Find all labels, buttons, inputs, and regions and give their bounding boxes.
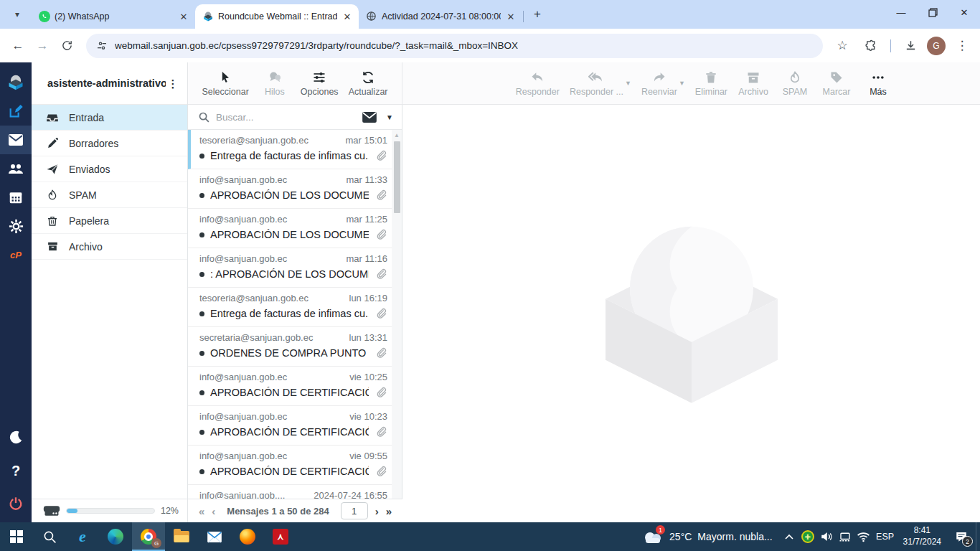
show-desktop-button[interactable] bbox=[976, 522, 980, 551]
help-button[interactable]: ? bbox=[0, 456, 32, 485]
settings-nav-button[interactable] bbox=[0, 212, 32, 240]
dark-mode-button[interactable] bbox=[0, 423, 32, 452]
message-row[interactable]: info@sanjuan.gob.ecvie 10:25 APROBACIÓN … bbox=[188, 367, 392, 406]
options-button[interactable]: Opciones bbox=[301, 70, 339, 97]
threads-button[interactable]: Hilos bbox=[259, 70, 291, 97]
site-settings-icon[interactable] bbox=[96, 40, 108, 52]
wifi-icon[interactable] bbox=[854, 522, 873, 551]
message-row[interactable]: info@sanjuan.gob.ecmar 11:16 : APROBACIÓ… bbox=[188, 248, 392, 288]
back-button[interactable]: ← bbox=[6, 34, 30, 58]
folder-borradores[interactable]: Borradores bbox=[32, 131, 187, 156]
tab-close-icon[interactable]: ✕ bbox=[505, 11, 517, 22]
page-input[interactable] bbox=[341, 502, 368, 519]
calendar-nav-button[interactable] bbox=[0, 183, 32, 212]
message-row[interactable]: tesoreria@sanjuan.gob.ecmar 15:01 Entreg… bbox=[188, 130, 392, 169]
logout-button[interactable] bbox=[0, 489, 32, 518]
message-row[interactable]: info@sanjuan.gob.ecvie 09:55 APROBACIÓN … bbox=[188, 446, 392, 485]
tab-whatsapp[interactable]: (2) WhatsApp ✕ bbox=[32, 4, 195, 29]
address-bar[interactable]: webmail.sanjuan.gob.ec/cpsess9729797291/… bbox=[86, 34, 823, 58]
acrobat-button[interactable]: ⋏ bbox=[264, 522, 297, 551]
flame-icon bbox=[46, 189, 59, 201]
search-options-chevron-icon[interactable]: ▼ bbox=[383, 113, 396, 121]
chevron-down-icon[interactable]: ▼ bbox=[625, 80, 631, 97]
spam-button[interactable]: SPAM bbox=[779, 70, 811, 97]
reply-all-button[interactable]: Responder ... bbox=[570, 70, 623, 97]
folder-archivo[interactable]: Archivo bbox=[32, 234, 187, 260]
unread-dot bbox=[199, 351, 204, 356]
mail-nav-button[interactable] bbox=[0, 126, 32, 154]
chrome-button[interactable]: G bbox=[132, 522, 165, 551]
forward-button[interactable]: → bbox=[30, 34, 55, 58]
chevron-down-icon[interactable]: ▼ bbox=[679, 80, 685, 97]
antivirus-tray-icon[interactable] bbox=[798, 522, 817, 551]
tray-expand-icon[interactable] bbox=[780, 522, 798, 551]
reply-all-icon bbox=[588, 70, 604, 85]
pencil-icon bbox=[46, 137, 59, 149]
scrollbar-thumb[interactable] bbox=[394, 141, 400, 213]
button-label: Actualizar bbox=[349, 87, 388, 97]
archive-button[interactable]: Archivo bbox=[738, 70, 769, 97]
notification-center-button[interactable]: 2 bbox=[947, 522, 976, 551]
taskbar-search-button[interactable] bbox=[33, 522, 66, 551]
button-label: SPAM bbox=[783, 87, 808, 97]
cpanel-link[interactable]: cP bbox=[0, 240, 32, 269]
tab-search-button[interactable]: ▾ bbox=[7, 4, 27, 24]
compose-button[interactable] bbox=[0, 97, 32, 126]
bookmark-star-icon[interactable]: ☆ bbox=[830, 34, 854, 58]
unread-dot bbox=[199, 469, 204, 474]
message-row[interactable]: tesoreria@sanjuan.gob.eclun 16:19 Entreg… bbox=[188, 288, 392, 327]
new-tab-button[interactable]: + bbox=[528, 5, 547, 24]
weather-widget[interactable]: 1 25°C Mayorm. nubla... bbox=[635, 522, 780, 551]
tab-close-icon[interactable]: ✕ bbox=[178, 11, 189, 22]
edge-button[interactable] bbox=[99, 522, 132, 551]
first-page-icon[interactable]: « bbox=[199, 505, 204, 517]
language-indicator[interactable]: ESP bbox=[873, 532, 897, 542]
folder-entrada[interactable]: Entrada bbox=[32, 105, 187, 131]
connect-display-icon[interactable] bbox=[836, 522, 854, 551]
extensions-icon[interactable] bbox=[859, 34, 883, 58]
message-subject: ORDENES DE COMPRA PUNTO DI... bbox=[210, 347, 369, 359]
last-page-icon[interactable]: » bbox=[386, 505, 392, 517]
volume-icon[interactable] bbox=[817, 522, 836, 551]
mark-button[interactable]: Marcar bbox=[821, 70, 852, 97]
folder-spam[interactable]: SPAM bbox=[32, 182, 187, 208]
scroll-up-icon[interactable]: ▲ bbox=[394, 130, 400, 140]
folder-enviados[interactable]: Enviados bbox=[32, 156, 187, 182]
restore-button[interactable] bbox=[917, 0, 948, 24]
minimize-button[interactable]: — bbox=[885, 0, 917, 24]
contacts-nav-button[interactable] bbox=[0, 154, 32, 183]
taskbar-clock[interactable]: 8:41 31/7/2024 bbox=[897, 525, 947, 547]
tab-close-icon[interactable]: ✕ bbox=[341, 11, 353, 22]
select-button[interactable]: Seleccionar bbox=[202, 70, 248, 97]
sliders-icon bbox=[312, 70, 326, 85]
message-row[interactable]: info@sanjuan.gob.ecmar 11:25 APROBACIÓN … bbox=[188, 209, 392, 248]
close-button[interactable]: ✕ bbox=[948, 0, 980, 24]
prev-page-icon[interactable]: ‹ bbox=[212, 505, 215, 517]
folder-menu-icon[interactable]: ⋮ bbox=[166, 82, 180, 85]
internet-explorer-button[interactable]: e bbox=[66, 522, 99, 551]
search-scope-icon[interactable] bbox=[362, 111, 377, 123]
delete-button[interactable]: Eliminar bbox=[695, 70, 727, 97]
next-page-icon[interactable]: › bbox=[375, 505, 379, 517]
message-row[interactable]: info@sanjuan.gob.ecmar 11:33 APROBACIÓN … bbox=[188, 169, 392, 209]
message-subject: APROBACIÓN DE CERTIFICACIÓ... bbox=[210, 426, 369, 438]
firefox-button[interactable] bbox=[231, 522, 264, 551]
message-row[interactable]: info@sanjuan.gob.ecvie 10:23 APROBACIÓN … bbox=[188, 406, 392, 446]
file-explorer-button[interactable] bbox=[165, 522, 198, 551]
search-input[interactable] bbox=[216, 112, 356, 123]
reply-button[interactable]: Responder bbox=[516, 70, 560, 97]
forward-button-mail[interactable]: Reenviar bbox=[641, 70, 677, 97]
tab-actividad[interactable]: Actividad 2024-07-31 08:00:00 ✕ bbox=[359, 4, 522, 29]
tab-roundcube[interactable]: Roundcube Webmail :: Entrada ✕ bbox=[195, 4, 359, 29]
more-button[interactable]: Más bbox=[862, 70, 894, 97]
browser-menu-icon[interactable]: ⋮ bbox=[950, 34, 974, 58]
downloads-icon[interactable] bbox=[898, 34, 923, 58]
folder-papelera[interactable]: Papelera bbox=[32, 208, 187, 234]
reload-button[interactable] bbox=[55, 34, 79, 58]
list-scrollbar[interactable]: ▲ ▼ bbox=[392, 130, 402, 522]
start-button[interactable] bbox=[0, 522, 33, 551]
mail-app-button[interactable] bbox=[198, 522, 231, 551]
refresh-button[interactable]: Actualizar bbox=[349, 70, 388, 97]
message-row[interactable]: secretaria@sanjuan.gob.eclun 13:31 ORDEN… bbox=[188, 327, 392, 367]
profile-avatar[interactable]: G bbox=[927, 37, 946, 55]
